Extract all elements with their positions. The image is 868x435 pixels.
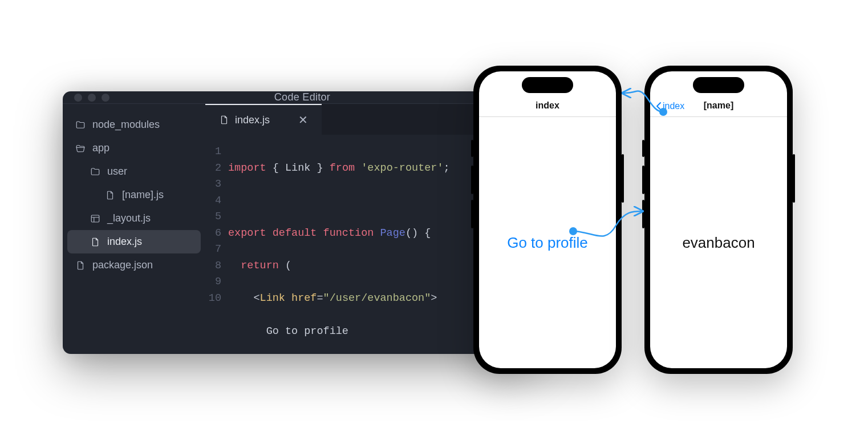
close-icon[interactable]: ✕ <box>298 113 308 127</box>
editor-tab-index-js[interactable]: index.js ✕ <box>205 104 322 135</box>
editor-tab-label: index.js <box>235 114 270 126</box>
phone-index: index Go to profile <box>473 66 622 374</box>
folder-icon <box>75 120 86 130</box>
window-zoom-dot[interactable] <box>102 94 109 102</box>
file-icon <box>75 260 86 271</box>
chevron-left-icon <box>656 102 662 111</box>
file-icon <box>90 237 100 247</box>
phone-index-screen: index Go to profile <box>479 71 616 368</box>
folder-icon <box>90 167 100 177</box>
nav-title: [name] <box>704 100 733 111</box>
back-label: index <box>663 101 684 111</box>
file-icon <box>105 190 115 200</box>
file-tree-label: app <box>92 142 109 154</box>
line-gutter: 1 2 3 4 5 6 7 8 9 10 <box>205 144 228 354</box>
file-tree-item-package-json[interactable]: package.json <box>67 253 201 277</box>
phone-profile-screen: index [name] evanbacon <box>650 71 787 368</box>
profile-name: evanbacon <box>682 234 755 252</box>
folder-open-icon <box>75 143 86 154</box>
file-tree-label: package.json <box>92 259 153 271</box>
phone-navbar: index [name] <box>650 71 787 117</box>
window-controls[interactable] <box>74 94 109 102</box>
file-tree-item-node-modules[interactable]: node_modules <box>67 113 201 136</box>
phone-navbar: index <box>479 71 616 117</box>
file-tree-label: index.js <box>107 236 142 248</box>
file-tree-label: [name].js <box>122 189 164 201</box>
file-tree-label: _layout.js <box>107 212 151 224</box>
file-tree-item-name-js[interactable]: [name].js <box>67 183 201 207</box>
file-tree-item-layout-js[interactable]: _layout.js <box>67 207 201 230</box>
file-tree-label: user <box>107 166 127 178</box>
nav-title: index <box>536 100 559 111</box>
code-editor-window: Code Editor node_modules app user [name]… <box>63 91 536 354</box>
phone-profile: index [name] evanbacon <box>644 66 793 374</box>
go-to-profile-link[interactable]: Go to profile <box>507 234 588 252</box>
file-tree-item-app[interactable]: app <box>67 136 201 160</box>
file-tree-item-index-js[interactable]: index.js <box>67 230 201 253</box>
layout-icon <box>90 214 100 224</box>
window-minimize-dot[interactable] <box>88 94 96 102</box>
back-button[interactable]: index <box>656 101 684 111</box>
editor-title: Code Editor <box>109 91 495 103</box>
window-close-dot[interactable] <box>74 94 82 102</box>
file-icon <box>219 115 229 125</box>
svg-rect-0 <box>91 215 99 222</box>
file-tree: node_modules app user [name].js _layout.… <box>63 104 205 354</box>
file-tree-label: node_modules <box>92 119 160 131</box>
file-tree-item-user[interactable]: user <box>67 160 201 183</box>
editor-titlebar: Code Editor <box>63 91 536 104</box>
